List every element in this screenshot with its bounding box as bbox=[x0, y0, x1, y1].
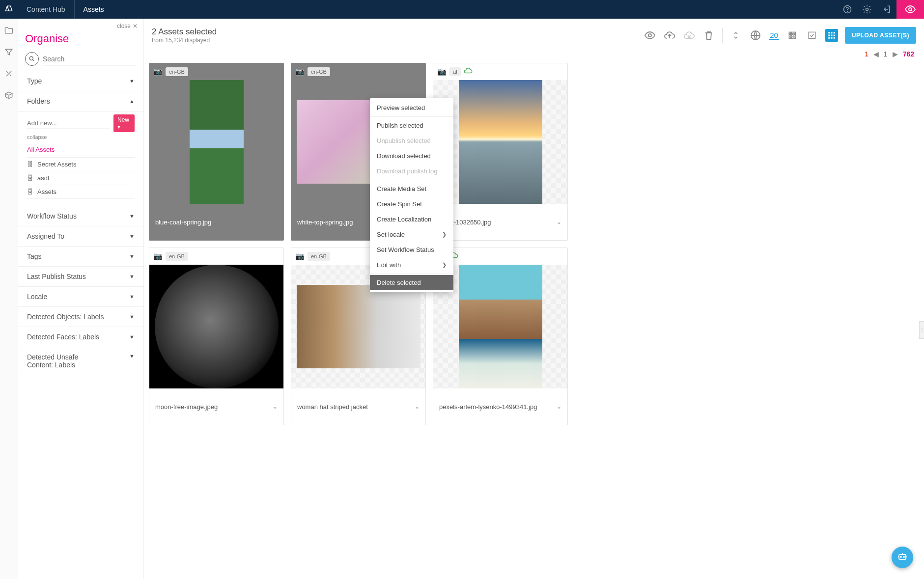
cm-separator bbox=[370, 274, 453, 274]
folder-assets[interactable]: 🗄 Assets bbox=[27, 185, 135, 199]
settings-icon[interactable] bbox=[857, 0, 877, 19]
app-logo[interactable] bbox=[0, 4, 18, 14]
rail-box-icon[interactable] bbox=[3, 89, 15, 101]
search-icon[interactable] bbox=[25, 52, 39, 66]
camera-icon: 📷 bbox=[437, 67, 447, 76]
cm-preview-selected[interactable]: Preview selected bbox=[370, 100, 453, 115]
cm-create-media-set[interactable]: Create Media Set bbox=[370, 181, 453, 196]
cm-download-selected[interactable]: Download selected bbox=[370, 148, 453, 164]
cm-delete-selected[interactable]: Delete selected bbox=[370, 275, 453, 290]
pager-prev-icon[interactable]: ◀ bbox=[873, 50, 879, 58]
briefcase-icon: 🗄 bbox=[27, 188, 33, 195]
rail-filter-icon[interactable] bbox=[3, 46, 15, 58]
section-folders[interactable]: Folders ▲ bbox=[18, 91, 143, 111]
globe-icon[interactable] bbox=[749, 29, 762, 42]
locale-badge: en-GB bbox=[166, 67, 188, 76]
delete-icon[interactable] bbox=[702, 29, 715, 42]
tab-assets[interactable]: Assets bbox=[75, 0, 113, 19]
svg-rect-14 bbox=[791, 37, 793, 38]
sort-icon[interactable] bbox=[729, 29, 742, 42]
chevron-down-icon: ▼ bbox=[129, 233, 135, 239]
sidebar-title: Organise bbox=[18, 29, 143, 52]
section-type[interactable]: Type ▼ bbox=[18, 71, 143, 91]
cloud-remove-icon[interactable] bbox=[683, 29, 696, 42]
upload-button[interactable]: UPLOAD ASSET(S) bbox=[845, 27, 916, 44]
close-icon: ✕ bbox=[133, 23, 138, 29]
pager-next-icon[interactable]: ▶ bbox=[893, 50, 898, 58]
cm-publish-selected[interactable]: Publish selected bbox=[370, 118, 453, 133]
folder-secret-assets[interactable]: 🗄 Secret Assets bbox=[27, 158, 135, 171]
top-bar: Content Hub Assets bbox=[0, 0, 924, 19]
add-folder-input[interactable] bbox=[27, 117, 110, 129]
svg-rect-19 bbox=[834, 32, 835, 33]
svg-rect-16 bbox=[809, 32, 815, 38]
asset-card[interactable]: 📷 en-GB moon-free-image.jpeg ⌄ bbox=[149, 248, 284, 425]
svg-rect-24 bbox=[831, 37, 832, 39]
cm-unpublish-selected: Unpublish selected bbox=[370, 133, 453, 148]
svg-rect-8 bbox=[791, 32, 793, 33]
section-assigned-to[interactable]: Assigned To ▼ bbox=[18, 226, 143, 247]
sidebar-close[interactable]: close ✕ bbox=[18, 19, 143, 29]
app-name[interactable]: Content Hub bbox=[18, 0, 75, 19]
asset-card[interactable]: 📷 en-GB blue-coat-spring.jpg bbox=[149, 63, 284, 241]
svg-rect-11 bbox=[791, 34, 793, 36]
pager: 1 ◀ 1 ▶ 762 bbox=[144, 48, 924, 63]
chevron-down-icon[interactable]: ⌄ bbox=[557, 219, 561, 225]
new-folder-button[interactable]: New ▾ bbox=[113, 114, 135, 132]
page-size-selector[interactable]: 20 bbox=[769, 31, 779, 40]
folder-asdf[interactable]: 🗄 asdf bbox=[27, 171, 135, 185]
side-panel-handle[interactable]: ⋮ bbox=[919, 321, 924, 339]
section-workflow-status[interactable]: Workflow Status ▼ bbox=[18, 206, 143, 226]
help-icon[interactable] bbox=[838, 0, 857, 19]
rail-tools-icon[interactable] bbox=[3, 68, 15, 80]
pager-page: 1 bbox=[884, 50, 888, 58]
svg-rect-25 bbox=[834, 37, 835, 39]
selection-title: 2 Assets selected bbox=[152, 27, 637, 37]
cloud-upload-icon[interactable] bbox=[663, 29, 676, 42]
folder-all-assets[interactable]: All Assets bbox=[27, 143, 135, 158]
pager-total[interactable]: 762 bbox=[903, 50, 914, 58]
chevron-down-icon: ▼ bbox=[129, 253, 135, 259]
cm-create-localization[interactable]: Create Localization bbox=[370, 212, 453, 227]
grid-view-icon[interactable] bbox=[786, 29, 799, 42]
cm-create-spin-set[interactable]: Create Spin Set bbox=[370, 196, 453, 212]
section-detected-faces[interactable]: Detected Faces: Labels ▼ bbox=[18, 327, 143, 347]
rail-folder-icon[interactable] bbox=[3, 25, 15, 36]
select-mode-active-icon[interactable] bbox=[825, 29, 838, 42]
svg-rect-20 bbox=[828, 35, 830, 36]
chat-fab[interactable] bbox=[892, 547, 913, 568]
chevron-down-icon[interactable]: ⌄ bbox=[415, 403, 420, 410]
section-detected-unsafe[interactable]: Detected Unsafe Content: Labels ▼ bbox=[18, 347, 143, 375]
folders-body: New ▾ collapse All Assets 🗄 Secret Asset… bbox=[18, 111, 143, 206]
cm-separator bbox=[370, 180, 453, 180]
svg-point-5 bbox=[648, 34, 651, 37]
chevron-down-icon: ▼ bbox=[129, 213, 135, 219]
section-detected-objects[interactable]: Detected Objects: Labels ▼ bbox=[18, 307, 143, 327]
logout-icon[interactable] bbox=[877, 0, 896, 19]
asset-grid: 📷 en-GB blue-coat-spring.jpg 📷 en-GB bbox=[149, 63, 919, 425]
chevron-right-icon: ❯ bbox=[442, 262, 447, 268]
svg-rect-26 bbox=[899, 554, 906, 559]
section-last-publish-status[interactable]: Last Publish Status ▼ bbox=[18, 267, 143, 287]
cm-set-locale[interactable]: Set locale ❯ bbox=[370, 227, 453, 242]
cm-edit-with[interactable]: Edit with ❯ bbox=[370, 257, 453, 273]
section-locale[interactable]: Locale ▼ bbox=[18, 287, 143, 307]
asset-filename: woman hat striped jacket bbox=[297, 403, 368, 411]
search-input[interactable] bbox=[43, 53, 137, 65]
chevron-down-icon[interactable]: ⌄ bbox=[557, 403, 561, 410]
chevron-down-icon[interactable]: ⌄ bbox=[273, 403, 278, 410]
asset-thumbnail[interactable] bbox=[149, 80, 283, 204]
svg-rect-21 bbox=[831, 35, 832, 36]
svg-point-3 bbox=[909, 8, 912, 11]
content-area: 2 Assets selected from 15,234 displayed bbox=[144, 19, 924, 579]
checkbox-icon[interactable] bbox=[806, 29, 818, 42]
selection-subtitle: from 15,234 displayed bbox=[152, 37, 637, 44]
svg-rect-18 bbox=[831, 32, 832, 33]
preview-icon[interactable] bbox=[644, 29, 656, 42]
svg-point-27 bbox=[900, 556, 901, 557]
asset-thumbnail[interactable] bbox=[149, 265, 283, 388]
section-tags[interactable]: Tags ▼ bbox=[18, 247, 143, 267]
collapse-folders[interactable]: collapse bbox=[27, 134, 135, 140]
preview-mode-button[interactable] bbox=[896, 0, 924, 19]
cm-set-workflow-status[interactable]: Set Workflow Status bbox=[370, 242, 453, 257]
